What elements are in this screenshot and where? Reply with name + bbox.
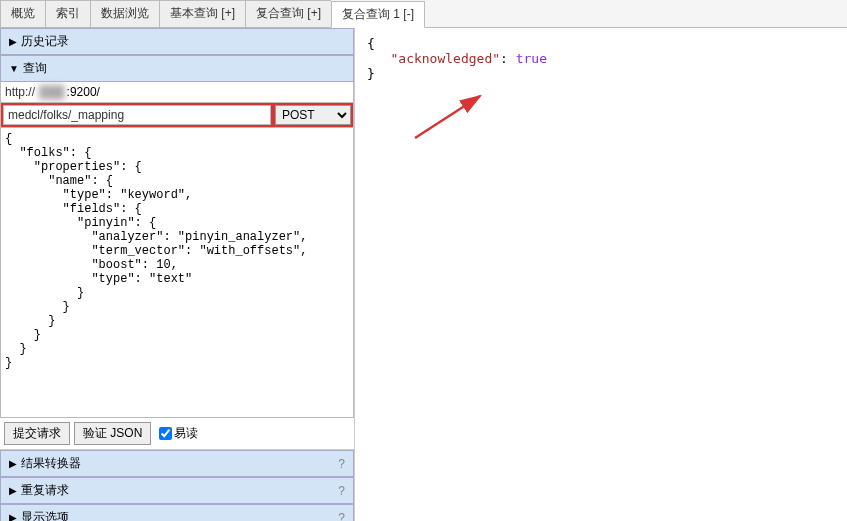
expand-icon: ▼ [9, 63, 19, 74]
response-key: "acknowledged" [390, 51, 500, 66]
pretty-checkbox[interactable] [159, 427, 172, 440]
section-history-label: 历史记录 [21, 33, 69, 50]
collapse-icon: ▶ [9, 485, 17, 496]
collapse-icon: ▶ [9, 36, 17, 47]
svg-line-0 [415, 96, 480, 138]
help-icon[interactable]: ? [338, 457, 345, 471]
tab-basic-query[interactable]: 基本查询 [+] [159, 0, 245, 27]
section-display-options[interactable]: ▶ 显示选项 ? [0, 504, 354, 521]
section-result-transform[interactable]: ▶ 结果转换器 ? [0, 450, 354, 477]
pretty-text: 易读 [174, 425, 198, 442]
response-line-close: } [367, 66, 835, 81]
tab-compound-query[interactable]: 复合查询 [+] [245, 0, 331, 27]
left-panel: ▶ 历史记录 ▼ 查询 http:// ███ :9200/ POST { "f… [0, 28, 355, 521]
section-repeat-request-label: 重复请求 [21, 482, 69, 499]
pretty-label[interactable]: 易读 [159, 425, 198, 442]
submit-button[interactable]: 提交请求 [4, 422, 70, 445]
url-host: ███ [39, 82, 65, 102]
section-repeat-request[interactable]: ▶ 重复请求 ? [0, 477, 354, 504]
main-area: ▶ 历史记录 ▼ 查询 http:// ███ :9200/ POST { "f… [0, 28, 847, 521]
method-select[interactable]: POST [275, 105, 351, 125]
arrow-icon [405, 88, 495, 148]
help-icon[interactable]: ? [338, 484, 345, 498]
response-panel: { "acknowledged": true } [355, 28, 847, 521]
path-input[interactable] [3, 105, 271, 125]
validate-button[interactable]: 验证 JSON [74, 422, 151, 445]
tab-bar: 概览 索引 数据浏览 基本查询 [+] 复合查询 [+] 复合查询 1 [-] [0, 0, 847, 28]
button-row: 提交请求 验证 JSON 易读 [0, 418, 354, 450]
path-row: POST [0, 103, 354, 128]
request-body[interactable]: { "folks": { "properties": { "name": { "… [0, 128, 354, 418]
tab-overview[interactable]: 概览 [0, 0, 45, 27]
tab-browse[interactable]: 数据浏览 [90, 0, 159, 27]
section-query-label: 查询 [23, 60, 47, 77]
section-query[interactable]: ▼ 查询 [0, 55, 354, 82]
response-line-open: { [367, 36, 835, 51]
section-history[interactable]: ▶ 历史记录 [0, 28, 354, 55]
tab-indices[interactable]: 索引 [45, 0, 90, 27]
url-row: http:// ███ :9200/ [0, 82, 354, 103]
url-prefix: http:// [1, 82, 39, 102]
response-line-kv: "acknowledged": true [367, 51, 835, 66]
tab-compound-query-1[interactable]: 复合查询 1 [-] [331, 1, 425, 28]
section-result-transform-label: 结果转换器 [21, 455, 81, 472]
collapse-icon: ▶ [9, 512, 17, 521]
response-colon: : [500, 51, 516, 66]
response-value: true [516, 51, 547, 66]
collapse-icon: ▶ [9, 458, 17, 469]
help-icon[interactable]: ? [338, 511, 345, 522]
section-display-options-label: 显示选项 [21, 509, 69, 521]
url-port: :9200/ [65, 82, 102, 102]
